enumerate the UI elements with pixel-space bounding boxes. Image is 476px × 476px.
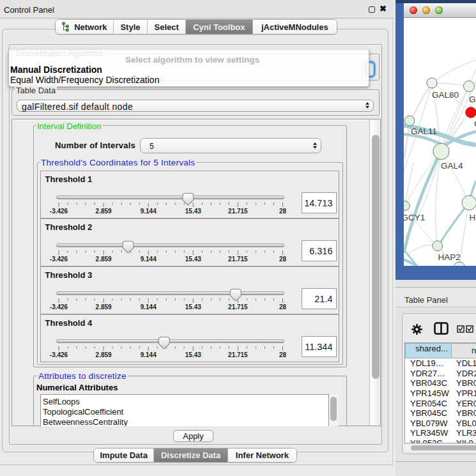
svg-text:-3.426: -3.426 [49,256,68,263]
svg-text:21.715: 21.715 [228,303,248,311]
svg-text:9.144: 9.144 [140,303,156,311]
svg-text:28: 28 [279,256,286,263]
svg-text:2.859: 2.859 [95,303,111,311]
svg-text:2.859: 2.859 [95,351,111,358]
svg-text:21.715: 21.715 [228,351,248,358]
svg-text:28: 28 [279,351,286,358]
svg-text:GAL80: GAL80 [432,90,459,100]
svg-text:15.43: 15.43 [185,256,201,263]
svg-text:21.715: 21.715 [228,256,248,263]
svg-text:28: 28 [279,208,286,215]
svg-text:9.144: 9.144 [140,351,156,358]
svg-text:9.144: 9.144 [140,208,156,215]
svg-text:2.859: 2.859 [95,208,111,215]
svg-text:9.144: 9.144 [140,256,156,263]
svg-text:-3.426: -3.426 [49,208,68,215]
svg-text:-3.426: -3.426 [49,303,68,311]
svg-text:HAP2: HAP2 [438,252,461,262]
svg-text:15.43: 15.43 [185,351,201,358]
svg-text:21.715: 21.715 [228,208,248,215]
svg-text:-3.426: -3.426 [49,351,68,358]
svg-text:H: H [470,213,476,222]
svg-text:15.43: 15.43 [185,208,201,215]
svg-text:2.859: 2.859 [95,256,111,263]
svg-text:GAL11: GAL11 [411,127,437,136]
svg-text:GAL4: GAL4 [441,161,463,171]
svg-text:28: 28 [279,303,286,311]
svg-text:GA: GA [469,95,476,104]
svg-text:15.43: 15.43 [185,303,201,311]
svg-text:GCY1: GCY1 [404,213,425,222]
